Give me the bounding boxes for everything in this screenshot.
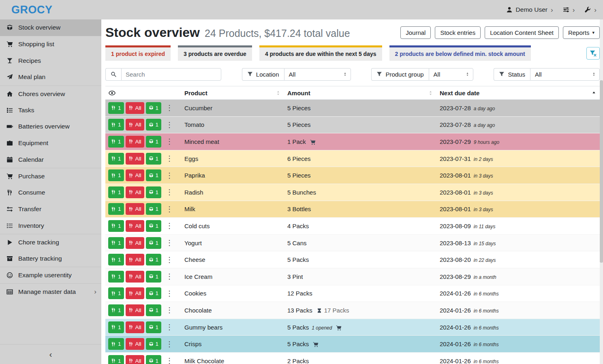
journal-button[interactable]: Journal [400, 26, 431, 39]
open-one-button[interactable]: 1 [146, 355, 162, 364]
row-menu-button[interactable]: ⋮ [164, 188, 175, 196]
row-menu-button[interactable]: ⋮ [164, 323, 175, 331]
row-menu-button[interactable]: ⋮ [164, 222, 175, 229]
sidebar-item-calendar[interactable]: Calendar [0, 152, 101, 168]
consume-all-button[interactable]: All [126, 102, 144, 114]
amount-column-header[interactable]: Amount [284, 86, 436, 100]
open-one-button[interactable]: 1 [146, 119, 162, 131]
open-one-button[interactable]: 1 [146, 102, 162, 114]
sort-icon[interactable] [276, 90, 281, 96]
status-select[interactable]: All [530, 68, 600, 81]
consume-one-button[interactable]: 1 [108, 321, 124, 333]
open-one-button[interactable]: 1 [146, 153, 162, 165]
consume-all-button[interactable]: All [126, 220, 144, 232]
consume-one-button[interactable]: 1 [108, 136, 124, 148]
grocy-logo[interactable]: GROCY [11, 4, 53, 16]
sidebar-item-inventory[interactable]: Inventory [0, 217, 101, 234]
open-one-button[interactable]: 1 [146, 203, 162, 215]
sidebar-item-chores-overview[interactable]: Chores overview [0, 86, 101, 102]
consume-one-button[interactable]: 1 [108, 355, 124, 364]
reports-button[interactable]: Reports▾ [563, 26, 600, 39]
due-column-header[interactable]: Next due date [436, 86, 600, 100]
row-menu-button[interactable]: ⋮ [164, 172, 175, 179]
clear-filters-button[interactable] [586, 47, 600, 60]
consume-one-button[interactable]: 1 [108, 186, 124, 198]
sort-up-icon[interactable] [591, 90, 597, 96]
row-menu-button[interactable]: ⋮ [164, 155, 175, 162]
product-group-select[interactable]: All [429, 68, 473, 81]
consume-all-button[interactable]: All [126, 304, 144, 316]
sidebar-item-transfer[interactable]: Transfer [0, 201, 101, 218]
consume-all-button[interactable]: All [126, 186, 144, 198]
consume-one-button[interactable]: 1 [108, 304, 124, 316]
sidebar-item-chore-tracking[interactable]: Chore tracking [0, 234, 101, 251]
sidebar-item-manage-master-data[interactable]: Manage master data› [0, 283, 101, 300]
location-select[interactable]: All [284, 68, 351, 81]
consume-all-button[interactable]: All [126, 287, 144, 299]
row-menu-button[interactable]: ⋮ [164, 340, 175, 348]
row-menu-button[interactable]: ⋮ [164, 138, 175, 145]
search-input[interactable] [121, 68, 221, 81]
quick-settings-menu[interactable]: › [563, 6, 575, 13]
user-menu[interactable]: Demo User › [506, 6, 553, 13]
consume-all-button[interactable]: All [126, 338, 144, 350]
row-menu-button[interactable]: ⋮ [164, 290, 175, 297]
consume-one-button[interactable]: 1 [108, 102, 124, 114]
consume-one-button[interactable]: 1 [108, 153, 124, 165]
banner-due-soon[interactable]: 4 products are due within the next 5 day… [259, 45, 382, 61]
open-one-button[interactable]: 1 [146, 237, 162, 249]
consume-all-button[interactable]: All [126, 321, 144, 333]
sidebar-item-recipes[interactable]: Recipes [0, 52, 101, 69]
sidebar-item-batteries-overview[interactable]: Batteries overview [0, 118, 101, 135]
sidebar-collapse-button[interactable]: ‹ [0, 344, 101, 364]
open-one-button[interactable]: 1 [146, 304, 162, 316]
consume-all-button[interactable]: All [126, 203, 144, 215]
open-one-button[interactable]: 1 [146, 321, 162, 333]
product-column-header[interactable]: Product [181, 86, 284, 100]
consume-all-button[interactable]: All [126, 355, 144, 364]
sidebar-item-battery-tracking[interactable]: Battery tracking [0, 251, 101, 267]
sidebar-item-meal-plan[interactable]: Meal plan [0, 69, 101, 86]
banner-overdue[interactable]: 3 products are overdue [178, 45, 252, 61]
consume-all-button[interactable]: All [126, 254, 144, 266]
consume-one-button[interactable]: 1 [108, 338, 124, 350]
open-one-button[interactable]: 1 [146, 338, 162, 350]
sidebar-item-purchase[interactable]: Purchase [0, 168, 101, 184]
banner-expired[interactable]: 1 product is expired [105, 45, 171, 61]
admin-tools-menu[interactable]: › [584, 6, 597, 13]
location-content-sheet-button[interactable]: Location Content Sheet [485, 26, 559, 39]
consume-one-button[interactable]: 1 [108, 271, 124, 283]
row-menu-button[interactable]: ⋮ [164, 273, 175, 280]
row-menu-button[interactable]: ⋮ [164, 256, 175, 263]
sort-icon[interactable] [428, 90, 433, 96]
consume-all-button[interactable]: All [126, 153, 144, 165]
open-one-button[interactable]: 1 [146, 287, 162, 299]
consume-one-button[interactable]: 1 [108, 287, 124, 299]
row-menu-button[interactable]: ⋮ [164, 306, 175, 314]
consume-all-button[interactable]: All [126, 237, 144, 249]
open-one-button[interactable]: 1 [146, 271, 162, 283]
banner-below-min[interactable]: 2 products are below defined min. stock … [389, 45, 531, 61]
consume-one-button[interactable]: 1 [108, 203, 124, 215]
row-menu-button[interactable]: ⋮ [164, 239, 175, 246]
consume-one-button[interactable]: 1 [108, 169, 124, 181]
consume-all-button[interactable]: All [126, 169, 144, 181]
stock-entries-button[interactable]: Stock entries [435, 26, 481, 39]
sidebar-item-example-userentity[interactable]: Example userentity [0, 267, 101, 283]
open-one-button[interactable]: 1 [146, 254, 162, 266]
open-one-button[interactable]: 1 [146, 136, 162, 148]
consume-all-button[interactable]: All [126, 136, 144, 148]
open-one-button[interactable]: 1 [146, 169, 162, 181]
consume-one-button[interactable]: 1 [108, 237, 124, 249]
consume-one-button[interactable]: 1 [108, 254, 124, 266]
sidebar-item-stock-overview[interactable]: Stock overview [0, 19, 101, 36]
open-one-button[interactable]: 1 [146, 220, 162, 232]
consume-one-button[interactable]: 1 [108, 220, 124, 232]
consume-one-button[interactable]: 1 [108, 119, 124, 131]
scrollbar-thumb[interactable] [600, 80, 603, 263]
sidebar-item-shopping-list[interactable]: Shopping list [0, 36, 101, 53]
eye-icon[interactable] [109, 90, 115, 96]
sidebar-item-consume[interactable]: Consume [0, 184, 101, 201]
row-menu-button[interactable]: ⋮ [164, 357, 175, 364]
sidebar-item-equipment[interactable]: Equipment [0, 135, 101, 152]
